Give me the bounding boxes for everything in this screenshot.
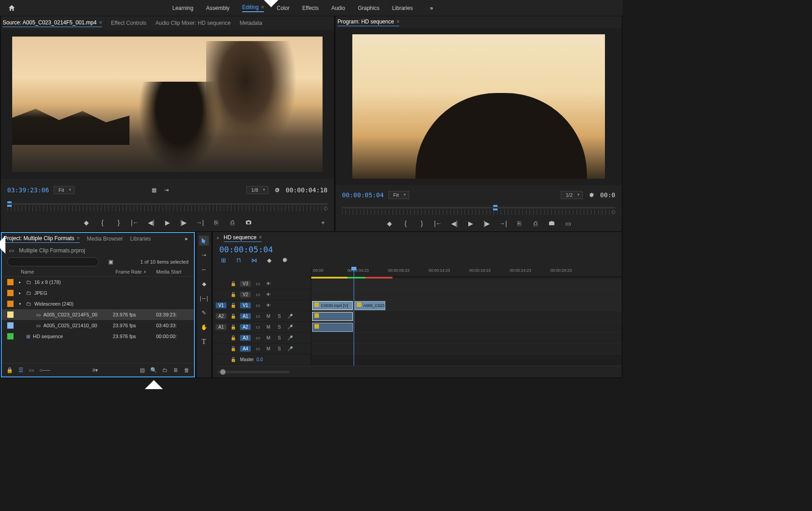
mute-icon[interactable]: M [264, 346, 272, 351]
track-select-tool[interactable]: ⇢ [199, 250, 209, 260]
hand-tool[interactable]: ✋ [199, 322, 209, 332]
mark-out-button[interactable]: } [114, 218, 123, 227]
project-row[interactable]: ▭ A005_C025_021410_00 23.976 fps 03:40:3… [2, 320, 194, 331]
label-color-swatch[interactable] [7, 279, 14, 285]
button-editor[interactable]: + [318, 218, 328, 227]
export-frame-button[interactable] [547, 219, 556, 228]
solo-icon[interactable]: S [275, 346, 283, 351]
track-v1[interactable]: C0030.mp4 [V] A005_C023 [311, 300, 622, 311]
clip-v1-2[interactable]: A005_C023 [355, 301, 385, 310]
target-track-icon[interactable]: ▭ [254, 292, 262, 297]
workspace-libraries[interactable]: Libraries [392, 5, 413, 11]
track-a2[interactable] [311, 322, 622, 333]
track-label-v1[interactable]: V1 [240, 302, 251, 308]
timeline-settings[interactable] [281, 256, 289, 264]
timeline-timecode[interactable]: 00:00:05:04 [219, 245, 273, 254]
settings-icon[interactable] [273, 186, 281, 194]
add-marker-button[interactable]: ◆ [82, 218, 91, 227]
source-patch-a1[interactable]: A1 [216, 324, 226, 330]
pen-tool[interactable]: ✎ [199, 308, 209, 318]
lock-icon[interactable]: 🔒 [6, 367, 13, 373]
lock-track-icon[interactable]: 🔓 [229, 314, 237, 319]
track-v2[interactable] [311, 289, 622, 300]
audio-clip-mixer-tab[interactable]: Audio Clip Mixer: HD sequence [156, 20, 231, 26]
target-track-icon[interactable]: ▭ [254, 335, 262, 340]
source-zoom-dropdown[interactable]: Fit [54, 186, 74, 194]
source-scrubber[interactable] [1, 201, 334, 214]
go-to-out-button[interactable]: →| [498, 219, 508, 228]
target-track-icon[interactable]: ▭ [254, 346, 262, 351]
label-color-swatch[interactable] [7, 322, 14, 329]
workspace-effects[interactable]: Effects [302, 5, 318, 11]
panel-menu-icon[interactable]: ≡ [397, 19, 399, 24]
mark-in-button[interactable]: { [98, 218, 107, 227]
target-track-icon[interactable]: ▭ [254, 281, 262, 286]
nest-toggle[interactable]: ⊞ [219, 256, 227, 264]
column-media-start[interactable]: Media Start [156, 269, 189, 274]
program-resolution-dropdown[interactable]: 1/2 [561, 191, 583, 199]
step-forward-button[interactable]: |▶ [179, 218, 188, 227]
workspace-learning[interactable]: Learning [172, 5, 194, 11]
snap-toggle[interactable]: ⊓ [235, 256, 243, 264]
lock-track-icon[interactable]: 🔓 [229, 357, 237, 362]
marker-toggle[interactable]: ◆ [265, 256, 273, 264]
source-resolution-dropdown[interactable]: 1/8 [246, 186, 268, 194]
label-color-swatch[interactable] [7, 333, 14, 339]
solo-icon[interactable]: S [275, 325, 283, 330]
source-tab[interactable]: Source: A005_C023_0214F5_001.mp4 ≡ [3, 19, 102, 27]
lock-track-icon[interactable]: 🔓 [229, 346, 237, 351]
extract-button[interactable]: ⎙ [531, 219, 540, 228]
track-label-a2[interactable]: A2 [240, 324, 251, 330]
voiceover-icon[interactable]: 🎤 [286, 314, 294, 319]
track-a4[interactable] [311, 344, 622, 354]
label-color-swatch[interactable] [7, 301, 14, 307]
go-to-in-button[interactable]: |← [434, 219, 443, 228]
project-row[interactable]: ▸🗀 JPEG [2, 288, 194, 298]
toggle-output-icon[interactable]: 👁 [264, 303, 272, 308]
list-view-button[interactable]: ☰ [18, 367, 23, 373]
create-search-bin-icon[interactable]: ▣ [106, 258, 115, 266]
export-frame-button[interactable] [244, 218, 253, 227]
lock-track-icon[interactable]: 🔓 [229, 335, 237, 340]
timeline-tracks[interactable]: :00:00 00:00:04:23 00:00:09:23 00:00:14:… [311, 267, 622, 366]
workspace-graphics[interactable]: Graphics [358, 5, 379, 11]
go-to-in-button[interactable]: |← [130, 218, 139, 227]
expand-icon[interactable]: ▸ [19, 280, 23, 284]
mute-icon[interactable]: M [264, 335, 272, 340]
drag-video-icon[interactable]: ⇥ [162, 186, 171, 194]
settings-icon[interactable] [587, 191, 595, 199]
lock-track-icon[interactable]: 🔓 [229, 281, 237, 286]
go-to-out-button[interactable]: →| [195, 218, 204, 227]
panel-menu-icon[interactable]: ≡ [259, 235, 262, 240]
toggle-output-icon[interactable]: 👁 [264, 281, 272, 286]
track-label-a3[interactable]: A3 [240, 335, 251, 341]
lock-track-icon[interactable]: 🔓 [229, 325, 237, 330]
project-row[interactable]: ▸🗀 16 x 9 (178) [2, 277, 194, 288]
type-tool[interactable]: T [199, 337, 209, 347]
track-label-v2[interactable]: V2 [240, 292, 251, 297]
target-track-icon[interactable]: ▭ [254, 325, 262, 330]
source-monitor[interactable] [1, 30, 334, 179]
clear-button[interactable]: 🗑 [184, 367, 189, 373]
clip-a1[interactable] [312, 312, 353, 321]
target-track-icon[interactable]: ▭ [254, 303, 262, 308]
solo-icon[interactable]: S [275, 335, 283, 340]
voiceover-icon[interactable]: 🎤 [286, 346, 294, 351]
program-monitor[interactable] [336, 28, 622, 185]
panel-overflow[interactable]: » [180, 236, 192, 242]
sequence-tab[interactable]: HD sequence ≡ [224, 234, 262, 242]
new-bin-button[interactable]: 🗀 [162, 367, 168, 373]
icon-view-button[interactable]: ▭ [29, 367, 34, 373]
workspace-audio[interactable]: Audio [331, 5, 345, 11]
label-color-swatch[interactable] [7, 290, 14, 296]
voiceover-icon[interactable]: 🎤 [286, 335, 294, 340]
label-color-swatch[interactable] [7, 311, 14, 318]
metadata-tab[interactable]: Metadata [240, 20, 262, 26]
mark-out-button[interactable]: } [417, 219, 426, 228]
play-button[interactable]: ▶ [466, 219, 475, 228]
workspace-assembly[interactable]: Assembly [206, 5, 230, 11]
step-back-button[interactable]: ◀| [147, 218, 156, 227]
track-label-a4[interactable]: A4 [240, 346, 251, 352]
program-zoom-dropdown[interactable]: Fit [388, 191, 409, 199]
project-tab[interactable]: Project: Multiple Clip Formats ≡ [4, 235, 80, 243]
